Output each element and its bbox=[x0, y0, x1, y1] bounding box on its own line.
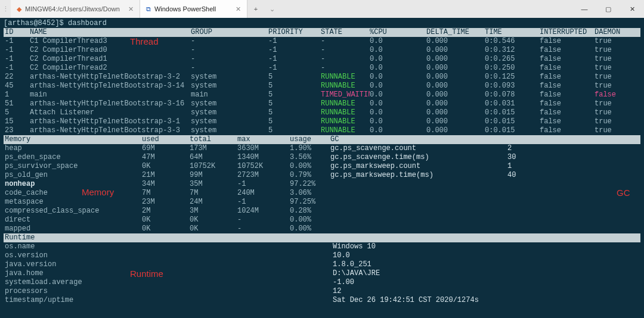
col-used: used bbox=[142, 135, 190, 144]
cell-mem-usage: 0.79% bbox=[290, 171, 330, 180]
col-interrupted: INTERRUPTED bbox=[540, 28, 595, 37]
close-button[interactable]: ✕ bbox=[620, 0, 644, 18]
cell-group: - bbox=[191, 64, 268, 73]
cell-mem-total: 7M bbox=[190, 189, 237, 198]
cell-runtime-key: java.version bbox=[5, 260, 333, 269]
thread-row: -1C2 CompilerThread0--1-0.00.0000:0.312f… bbox=[4, 46, 640, 55]
close-icon[interactable]: ✕ bbox=[231, 5, 241, 13]
thread-row: 5Attach Listenersystem5RUNNABLE0.00.0000… bbox=[4, 108, 640, 117]
cell-cpu: 0.0 bbox=[370, 37, 426, 46]
cell-delta: 0.000 bbox=[426, 108, 485, 117]
tab-label: Windows PowerShell bbox=[154, 5, 216, 13]
thread-row: 45arthas-NettyHttpTelnetBootstrap-3-14sy… bbox=[4, 82, 640, 91]
cell-delta: 0.000 bbox=[426, 91, 485, 99]
runtime-row: java.homeD:\JAVA\JRE bbox=[4, 269, 640, 278]
cell-mem-total: 99M bbox=[190, 171, 237, 180]
cell-mem-total: 10752K bbox=[190, 162, 237, 171]
cell-mem-total: 3M bbox=[190, 207, 237, 216]
cell-time: 0:0.093 bbox=[485, 82, 540, 91]
cell-mem-usage: 0.00% bbox=[290, 162, 330, 171]
runtime-row: os.nameWindows 10 bbox=[4, 242, 640, 251]
cell-name: main bbox=[30, 91, 191, 99]
minimize-button[interactable]: — bbox=[572, 0, 596, 18]
cell-name: C2 CompilerThread1 bbox=[30, 55, 191, 64]
cell-mem-total: 35M bbox=[190, 180, 237, 189]
maximize-button[interactable]: ▢ bbox=[596, 0, 620, 18]
cell-mem-used: 0K bbox=[142, 216, 190, 225]
memory-row: direct0K0K-0.00% bbox=[4, 216, 640, 225]
cell-state: - bbox=[321, 46, 370, 55]
cell-mem-name: compressed_class_space bbox=[5, 207, 142, 216]
tab-mingw[interactable]: ◆ MINGW64:/c/Users/Jitwxs/Down ✕ bbox=[11, 0, 140, 18]
cell-priority: 5 bbox=[268, 73, 321, 82]
cell-cpu: 0.0 bbox=[370, 46, 426, 55]
cell-mem-used: 34M bbox=[142, 180, 190, 189]
cell-daemon: true bbox=[595, 117, 627, 126]
col-max: max bbox=[237, 135, 290, 144]
cell-group: - bbox=[191, 46, 268, 55]
cell-gc-key: gc.ps_scavenge.time(ms) bbox=[330, 153, 507, 162]
cell-time: 0:0.015 bbox=[485, 117, 540, 126]
col-time: TIME bbox=[485, 28, 540, 37]
cell-interrupted: false bbox=[540, 37, 595, 46]
cell-time: 0:0.078 bbox=[485, 91, 540, 99]
cell-priority: 5 bbox=[268, 108, 321, 117]
cell-id: -1 bbox=[5, 37, 30, 46]
cell-priority: -1 bbox=[268, 55, 321, 64]
terminal-output[interactable]: [arthas@8452]$ dashboard ID NAME GROUP P… bbox=[0, 18, 644, 306]
new-tab-button[interactable]: + bbox=[247, 0, 264, 18]
col-usage: usage bbox=[290, 135, 330, 144]
cell-mem-usage: 0.00% bbox=[290, 216, 330, 225]
cell-gc-key: gc.ps_marksweep.time(ms) bbox=[330, 171, 507, 180]
cell-delta: 0.000 bbox=[426, 55, 485, 64]
cell-mem-used: 21M bbox=[142, 171, 190, 180]
memory-row: ps_eden_space47M64M1340M3.56%gc.ps_scave… bbox=[4, 153, 640, 162]
cell-interrupted: false bbox=[540, 117, 595, 126]
cell-state: RUNNABLE bbox=[321, 99, 370, 108]
cell-interrupted: false bbox=[540, 108, 595, 117]
cell-id: 45 bbox=[5, 82, 30, 91]
runtime-row: java.version1.8.0_251 bbox=[4, 260, 640, 269]
cell-mem-total: 64M bbox=[190, 153, 237, 162]
cell-interrupted: false bbox=[540, 46, 595, 55]
thread-row: -1C1 CompilerThread3--1-0.00.0000:0.546f… bbox=[4, 37, 640, 46]
cell-cpu: 0.0 bbox=[370, 73, 426, 82]
cell-state: - bbox=[321, 55, 370, 64]
cell-daemon: true bbox=[595, 73, 627, 82]
cell-gc-key: gc.ps_scavenge.count bbox=[330, 144, 507, 153]
close-icon[interactable]: ✕ bbox=[123, 5, 134, 13]
cell-mem-max: -1 bbox=[237, 198, 290, 207]
runtime-row: processors12 bbox=[4, 287, 640, 296]
tab-dropdown-icon[interactable]: ⌄ bbox=[264, 0, 281, 18]
cell-cpu: 0.0 bbox=[370, 108, 426, 117]
thread-row: -1C2 CompilerThread2--1-0.00.0000:0.250f… bbox=[4, 64, 640, 73]
cell-mem-name: ps_old_gen bbox=[5, 171, 142, 180]
cell-daemon: true bbox=[595, 46, 627, 55]
cell-mem-name: mapped bbox=[5, 225, 142, 233]
cell-group: - bbox=[191, 37, 268, 46]
cell-cpu: 0.0 bbox=[370, 99, 426, 108]
runtime-header-row: Runtime bbox=[4, 233, 640, 242]
cell-interrupted: false bbox=[540, 73, 595, 82]
cell-mem-used: 2M bbox=[142, 207, 190, 216]
cell-name: C1 CompilerThread3 bbox=[30, 37, 191, 46]
cell-daemon: true bbox=[595, 126, 627, 135]
col-name: NAME bbox=[30, 28, 191, 37]
cell-delta: 0.000 bbox=[426, 46, 485, 55]
cell-name: arthas-NettyHttpTelnetBootstrap-3-14 bbox=[30, 82, 191, 91]
cell-mem-total: 0K bbox=[190, 225, 237, 233]
cell-runtime-key: java.home bbox=[5, 269, 333, 278]
cell-name: arthas-NettyHttpTelnetBootstrap-3-3 bbox=[30, 126, 191, 135]
cell-runtime-val: 10.0 bbox=[333, 251, 571, 260]
cell-gc-key: gc.ps_marksweep.count bbox=[330, 162, 507, 171]
cell-mem-name: heap bbox=[5, 144, 142, 153]
cell-mem-max: -1 bbox=[237, 180, 290, 189]
cell-mem-usage: 3.56% bbox=[290, 153, 330, 162]
cell-cpu: 0.0 bbox=[370, 117, 426, 126]
cell-mem-used: 47M bbox=[142, 153, 190, 162]
cell-interrupted: false bbox=[540, 82, 595, 91]
tab-powershell[interactable]: ⧉ Windows PowerShell ✕ bbox=[140, 0, 247, 18]
cell-state: - bbox=[321, 64, 370, 73]
col-delta: DELTA_TIME bbox=[426, 28, 485, 37]
cell-mem-total: 0K bbox=[190, 216, 237, 225]
